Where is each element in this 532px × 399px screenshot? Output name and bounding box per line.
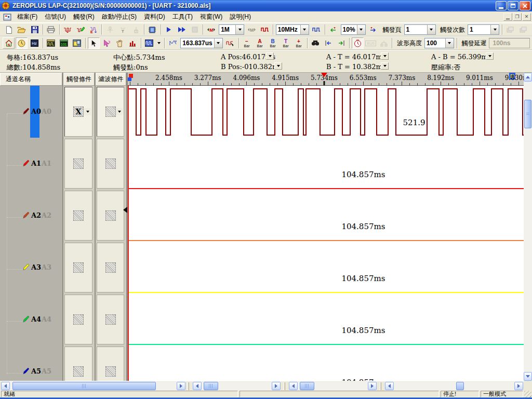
trigger-cell-a3[interactable] (64, 243, 92, 292)
trigger-count-combo[interactable]: 1 (468, 24, 499, 35)
b-t-dropdown[interactable] (381, 62, 389, 70)
mdi-minimize-button[interactable]: ▁ (503, 13, 512, 21)
time-div-combo[interactable]: 163.837us (180, 38, 222, 48)
a-pos-dropdown[interactable] (266, 52, 274, 60)
vertical-scrollbar[interactable] (524, 73, 532, 381)
trigger-cell-a1[interactable] (64, 139, 92, 189)
filter-cell-a5[interactable] (97, 347, 124, 381)
statistics-button[interactable] (127, 37, 139, 49)
zoom-tool-button[interactable] (167, 37, 179, 49)
filter-cell-a0[interactable] (97, 87, 124, 137)
filter-cell-a3[interactable] (97, 243, 124, 292)
goto-a-button[interactable] (322, 37, 334, 49)
sampling-setup-button[interactable] (61, 24, 73, 35)
waveform-scroll-right-button[interactable] (514, 382, 523, 390)
trigger-scroll-thumb[interactable] (204, 382, 218, 390)
a-t-dropdown[interactable] (381, 52, 389, 60)
sampling-pulse-button[interactable] (259, 24, 271, 35)
home-button[interactable]: N (3, 37, 15, 49)
select-tool-button[interactable] (101, 37, 113, 49)
channel-name-a4[interactable]: A4 (31, 315, 41, 323)
menu-item-2[interactable]: 觸發(R) (70, 12, 98, 21)
trigger-cell-a4[interactable] (64, 295, 92, 344)
channel-scroll-left-button[interactable] (1, 382, 10, 390)
filter-scroll-right-button[interactable] (368, 382, 377, 390)
sample-rate-combo[interactable]: 10MHz (276, 24, 309, 35)
run-repeat-button[interactable] (176, 24, 188, 35)
scrollbar-splitter[interactable] (284, 382, 285, 390)
trigger-post-button[interactable] (367, 24, 379, 35)
filter-dropdown-a0[interactable] (116, 108, 123, 115)
wave-cursor-button[interactable] (224, 37, 236, 49)
menu-item-4[interactable]: 資料(D) (140, 12, 169, 21)
resize-grip[interactable] (524, 391, 531, 397)
channel-name-a1[interactable]: A1 (31, 159, 41, 167)
menu-item-7[interactable]: 說明(H) (226, 12, 255, 21)
trigger-cell-a5[interactable] (64, 347, 92, 381)
menu-item-0[interactable]: 檔案(F) (14, 12, 41, 21)
mdi-close-button[interactable]: ✕ (522, 13, 531, 21)
filter-hscrollbar[interactable] (289, 382, 377, 391)
filter-cell-a1[interactable] (97, 139, 124, 189)
channel-scroll-right-button[interactable] (177, 382, 185, 390)
channel-name-a2[interactable]: A2 (31, 211, 41, 219)
filter-scroll-left-button[interactable] (289, 382, 298, 390)
waveform-area[interactable]: 521.9104.857ms104.857ms104.857ms104.857m… (128, 86, 524, 381)
trigger-hscrollbar[interactable] (193, 382, 281, 391)
waveform-scroll-thumb[interactable] (456, 382, 464, 390)
scroll-down-button[interactable] (524, 372, 532, 381)
device-chip-button[interactable] (147, 24, 158, 35)
close-button[interactable] (520, 1, 530, 10)
wave-height-combo-arrow[interactable] (445, 38, 454, 48)
memory-depth-combo-arrow[interactable] (235, 25, 244, 34)
bus-export-button[interactable]: E (87, 24, 99, 35)
channel-name-a0[interactable]: A0 (31, 108, 41, 115)
a-b-dropdown[interactable] (486, 52, 494, 60)
refresh-timer-button[interactable] (352, 37, 364, 49)
memory-depth-combo[interactable]: 1M (219, 24, 244, 35)
waveform-window-button[interactable] (45, 37, 57, 49)
trigger-page-combo-arrow[interactable] (427, 25, 435, 34)
display-pattern-dropdown[interactable] (156, 37, 162, 49)
channel-name-a5[interactable]: A5 (31, 367, 41, 375)
channel-scroll-thumb[interactable] (12, 382, 156, 390)
run-single-button[interactable] (163, 24, 175, 35)
filter-cell-a2[interactable] (97, 191, 124, 241)
listing-window-button[interactable]: 101 (58, 37, 70, 49)
pointer-tool-button[interactable] (88, 37, 100, 49)
sample-rate-combo-arrow[interactable] (300, 25, 309, 34)
waveform-hscrollbar[interactable] (385, 382, 523, 391)
display-pattern-button[interactable] (143, 37, 155, 49)
sample-wave-button[interactable] (311, 24, 323, 35)
scrollbar-splitter[interactable] (380, 382, 381, 390)
maximize-button[interactable] (508, 1, 518, 10)
sampling-clock-button[interactable] (16, 37, 28, 49)
waveform-scroll-left-button[interactable] (385, 382, 394, 390)
splitter-collapse-arrow[interactable] (123, 207, 127, 213)
trigger-dropdown-a0[interactable] (84, 108, 91, 115)
signal-edit-button[interactable] (74, 24, 86, 35)
open-file-button[interactable] (16, 24, 28, 35)
bar-b-button[interactable]: BBar (267, 37, 279, 49)
bar-a-button[interactable]: ABar (254, 37, 266, 49)
menu-item-1[interactable]: 信號(U) (41, 12, 70, 21)
trigger-count-combo-arrow[interactable] (490, 25, 499, 34)
goto-b-button[interactable] (335, 37, 347, 49)
channel-hscrollbar[interactable] (1, 382, 185, 391)
mdi-restore-button[interactable]: ❐ (513, 13, 522, 21)
time-div-combo-arrow[interactable] (214, 38, 222, 48)
menu-item-5[interactable]: 工具(T) (169, 12, 196, 21)
trigger-scroll-right-button[interactable] (272, 382, 281, 390)
trigger-scroll-left-button[interactable] (193, 382, 202, 390)
time-ruler[interactable]: D 2.458ms3.277ms4.096ms4.915ms5.734ms6.5… (128, 73, 524, 86)
save-file-button[interactable] (29, 24, 41, 35)
scrollbar-splitter[interactable] (188, 382, 189, 390)
b-pos-dropdown[interactable] (274, 62, 282, 70)
trigger-page-combo[interactable]: 1 (404, 24, 436, 35)
frequency-button[interactable]: Hz (29, 37, 41, 49)
scroll-up-button[interactable] (524, 73, 532, 82)
menu-item-3[interactable]: 啟動/停止(S) (98, 12, 140, 21)
channel-name-a3[interactable]: A3 (31, 263, 41, 271)
trigger-cell-a0[interactable]: X (64, 87, 92, 137)
bar-plus-button[interactable]: +Bar (293, 37, 305, 49)
